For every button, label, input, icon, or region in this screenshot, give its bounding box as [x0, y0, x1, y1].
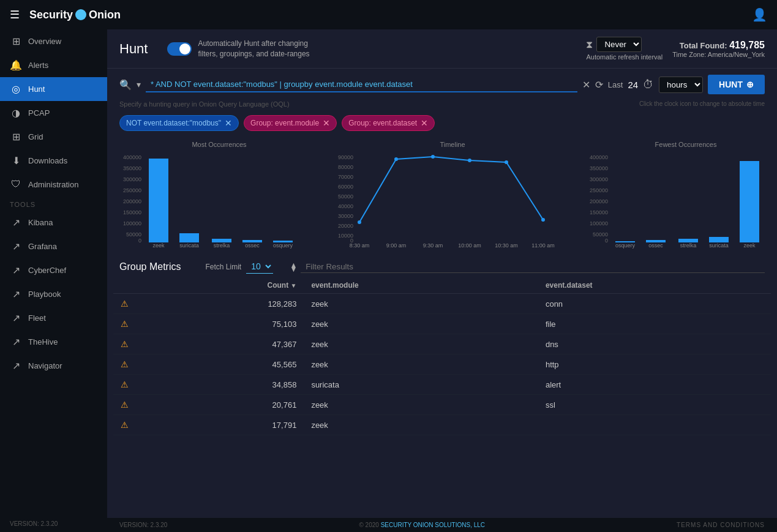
footer-terms-link[interactable]: TERMS AND CONDITIONS: [677, 522, 765, 528]
table-row: ⚠ 47,367 zeek dns: [113, 334, 771, 354]
dataset-cell: dns: [538, 334, 771, 354]
search-hint: Specify a hunting query in Onion Query L…: [119, 100, 290, 108]
sidebar-item-pcap[interactable]: ◑ PCAP: [0, 101, 107, 125]
dataset-cell: alert: [538, 375, 771, 395]
sidebar-item-label: Fleet: [28, 313, 46, 323]
sidebar-item-overview[interactable]: ⊞ Overview: [0, 29, 107, 53]
time-unit-select[interactable]: hours: [659, 77, 703, 93]
chip-close-icon[interactable]: ✕: [323, 118, 330, 128]
th-warning: [113, 277, 138, 294]
logo-circle-icon: [75, 9, 86, 20]
svg-text:8:30 am: 8:30 am: [350, 242, 370, 249]
module-cell: zeek: [304, 334, 538, 354]
bottom-bar: VERSION: 2.3.20 © 2020 SECURITY ONION SO…: [107, 518, 777, 532]
sidebar-item-administration[interactable]: 🛡 Administration: [0, 173, 107, 196]
clock-hint: Click the clock icon to change to absolu…: [639, 100, 765, 108]
external-link-icon: ↗: [10, 336, 22, 348]
sidebar-item-kibana[interactable]: ↗ Kibana: [0, 211, 107, 234]
pcap-icon: ◑: [10, 107, 22, 119]
th-module[interactable]: event.module: [304, 277, 538, 294]
top-nav: ☰ Security Onion 👤: [0, 0, 777, 29]
svg-point-27: [468, 159, 471, 162]
total-found-text: Total Found: 419,785: [680, 41, 765, 50]
filter-results-area: ⧫: [291, 261, 765, 273]
svg-text:40000: 40000: [338, 203, 353, 209]
logo-brand: Onion: [89, 9, 121, 21]
warning-cell: ⚠: [113, 415, 138, 435]
sidebar-item-thehive[interactable]: ↗ TheHive: [0, 330, 107, 354]
overview-icon: ⊞: [10, 36, 22, 47]
refresh-dropdown[interactable]: Never: [596, 37, 642, 52]
fetch-limit-select[interactable]: 10: [246, 260, 273, 274]
svg-text:0: 0: [138, 238, 141, 244]
last-label: Last: [608, 80, 623, 89]
external-link-icon: ↗: [10, 217, 22, 228]
svg-text:11:00 am: 11:00 am: [531, 242, 555, 249]
svg-point-24: [358, 220, 361, 224]
footer-company-link[interactable]: SECURITY ONION SOLUTIONS, LLC: [381, 522, 485, 528]
sidebar-item-playbook[interactable]: ↗ Playbook: [0, 282, 107, 306]
sidebar-item-label: Administration: [28, 180, 78, 189]
search-icon[interactable]: 🔍: [119, 79, 132, 91]
filter-results-input[interactable]: [301, 261, 765, 273]
sidebar-item-label: Grafana: [28, 242, 57, 251]
chip-group-module: Group: event.module ✕: [244, 115, 337, 131]
table-wrapper: Count ▼ event.module event.dataset ⚠ 128…: [107, 277, 777, 518]
refresh-label: Automatic refresh interval: [586, 53, 663, 61]
module-cell: zeek: [304, 395, 538, 415]
warning-icon: ⚠: [121, 339, 129, 349]
sidebar-item-fleet[interactable]: ↗ Fleet: [0, 306, 107, 330]
svg-text:90000: 90000: [338, 154, 353, 160]
sidebar-item-downloads[interactable]: ⬇ Downloads: [0, 149, 107, 173]
svg-text:zeek: zeek: [743, 242, 756, 249]
sidebar-item-cyberchef[interactable]: ↗ CyberChef: [0, 258, 107, 282]
table-row: ⚠ 45,565 zeek http: [113, 354, 771, 375]
footer-copyright: © 2020 SECURITY ONION SOLUTIONS, LLC: [167, 522, 677, 528]
chip-label: Group: event.module: [250, 119, 319, 127]
search-input[interactable]: [146, 77, 577, 92]
sidebar-version: VERSION: 2.3.20: [0, 515, 107, 532]
sidebar-item-grid[interactable]: ⊞ Grid: [0, 125, 107, 149]
svg-text:suricata: suricata: [709, 242, 729, 249]
module-cell: suricata: [304, 375, 538, 395]
history-icon[interactable]: ⟳: [595, 79, 603, 91]
table-row: ⚠ 75,103 zeek file: [113, 314, 771, 334]
sidebar-item-grafana[interactable]: ↗ Grafana: [0, 234, 107, 258]
svg-text:osquery: osquery: [273, 242, 293, 249]
hamburger-menu[interactable]: ☰: [10, 8, 20, 21]
footer-terms: TERMS AND CONDITIONS: [677, 522, 765, 528]
chip-close-icon[interactable]: ✕: [421, 118, 428, 128]
chip-close-icon[interactable]: ✕: [225, 118, 232, 128]
hunt-btn-label: HUNT: [719, 80, 743, 89]
table-row: ⚠ 34,858 suricata alert: [113, 375, 771, 395]
sidebar-item-alerts[interactable]: 🔔 Alerts: [0, 53, 107, 77]
auto-hunt-toggle[interactable]: [167, 42, 192, 56]
sidebar-item-label: TheHive: [28, 337, 58, 347]
sidebar-item-label: Grid: [28, 132, 43, 141]
warning-cell: ⚠: [113, 294, 138, 314]
external-link-icon: ↗: [10, 288, 22, 300]
hunt-button[interactable]: HUNT ⊕: [708, 75, 765, 94]
dataset-cell: [538, 415, 771, 435]
svg-point-25: [394, 157, 398, 161]
dataset-cell: file: [538, 314, 771, 334]
svg-text:zeek: zeek: [152, 242, 165, 249]
sidebar-item-navigator[interactable]: ↗ Navigator: [0, 354, 107, 378]
user-icon[interactable]: 👤: [752, 7, 767, 22]
group-metrics-title: Group Metrics: [119, 261, 181, 272]
module-cell: zeek: [304, 354, 538, 375]
search-dropdown-icon[interactable]: ▾: [137, 80, 141, 89]
warning-icon: ⚠: [121, 380, 129, 389]
th-count[interactable]: Count ▼: [138, 277, 304, 294]
hunt-total: Total Found: 419,785 Time Zone: America/…: [672, 40, 765, 58]
main-content: Hunt Automatically Hunt after changing f…: [107, 29, 777, 532]
count-cell: 17,791: [138, 415, 304, 435]
clear-search-icon[interactable]: ✕: [582, 79, 590, 91]
th-dataset[interactable]: event.dataset: [538, 277, 771, 294]
module-cell: zeek: [304, 294, 538, 314]
warning-icon: ⚠: [121, 319, 129, 329]
table-row: ⚠ 20,761 zeek ssl: [113, 395, 771, 415]
clock-icon[interactable]: ⏱: [643, 78, 654, 91]
svg-text:70000: 70000: [338, 174, 353, 180]
sidebar-item-hunt[interactable]: ◎ Hunt: [0, 77, 107, 101]
